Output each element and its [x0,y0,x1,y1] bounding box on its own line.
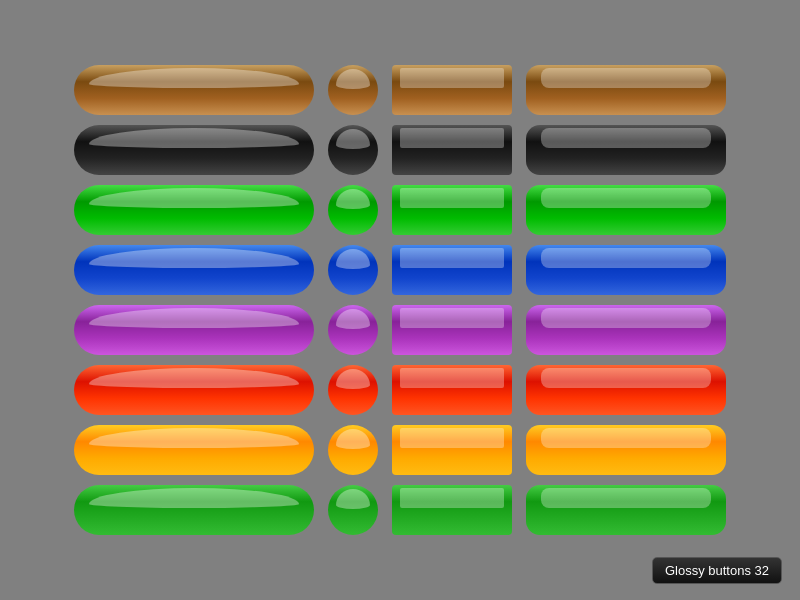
btn-rounded-blue[interactable] [526,245,726,295]
btn-rect-red[interactable] [392,365,512,415]
btn-circle-blue[interactable] [328,245,378,295]
btn-rounded-orange[interactable] [526,425,726,475]
btn-long-red[interactable] [74,365,314,415]
btn-circle-red[interactable] [328,365,378,415]
btn-long-brown[interactable] [74,65,314,115]
btn-rounded-black[interactable] [526,125,726,175]
btn-long-purple[interactable] [74,305,314,355]
btn-circle-brown[interactable] [328,65,378,115]
btn-long-dkgreen[interactable] [74,485,314,535]
button-row-purple [74,305,726,355]
btn-rounded-red[interactable] [526,365,726,415]
btn-circle-black[interactable] [328,125,378,175]
btn-rect-orange[interactable] [392,425,512,475]
btn-rounded-purple[interactable] [526,305,726,355]
btn-long-blue[interactable] [74,245,314,295]
btn-circle-dkgreen[interactable] [328,485,378,535]
btn-circle-purple[interactable] [328,305,378,355]
btn-long-orange[interactable] [74,425,314,475]
btn-rounded-dkgreen[interactable] [526,485,726,535]
btn-long-green[interactable] [74,185,314,235]
button-row-dkgreen [74,485,726,535]
btn-rounded-green[interactable] [526,185,726,235]
btn-rect-purple[interactable] [392,305,512,355]
btn-rounded-brown[interactable] [526,65,726,115]
button-row-blue [74,245,726,295]
btn-rect-dkgreen[interactable] [392,485,512,535]
button-row-green [74,185,726,235]
button-row-brown [74,65,726,115]
btn-circle-green[interactable] [328,185,378,235]
button-row-black [74,125,726,175]
button-row-orange [74,425,726,475]
btn-circle-orange[interactable] [328,425,378,475]
btn-long-black[interactable] [74,125,314,175]
glossy-buttons-badge: Glossy buttons 32 [652,557,782,584]
btn-rect-brown[interactable] [392,65,512,115]
btn-rect-blue[interactable] [392,245,512,295]
btn-rect-green[interactable] [392,185,512,235]
btn-rect-black[interactable] [392,125,512,175]
button-row-red [74,365,726,415]
main-container: Glossy buttons 32 [0,0,800,600]
